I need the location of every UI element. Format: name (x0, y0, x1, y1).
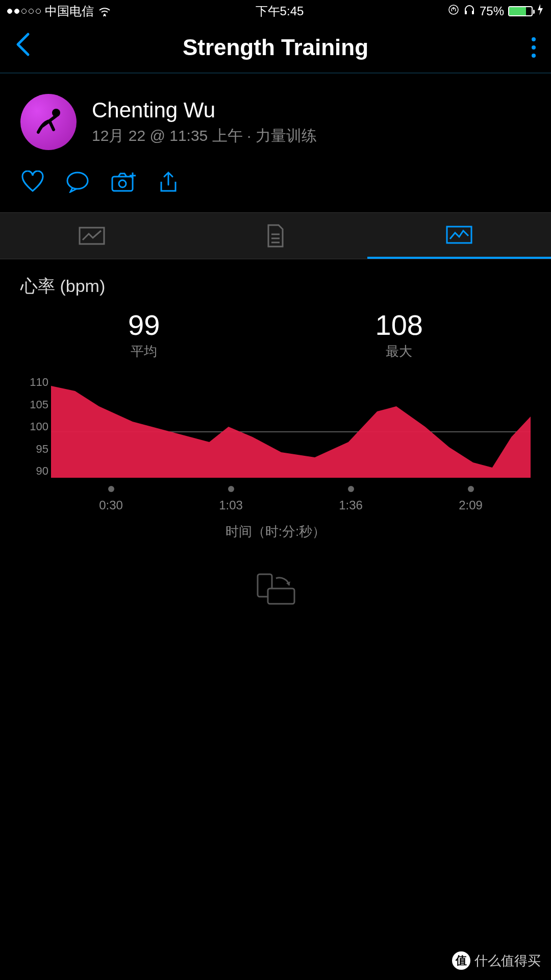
back-button[interactable] (15, 32, 31, 63)
svg-point-7 (119, 180, 126, 187)
x-tick: 1:36 (339, 486, 363, 512)
status-bar: 中国电信 下午5:45 75% (0, 0, 551, 22)
heart-rate-section: 心率 (bpm) 99 平均 108 最大 110 105 100 95 90 … (0, 259, 551, 607)
svg-point-0 (104, 14, 106, 16)
stat-max-value: 108 (375, 308, 422, 341)
stat-avg: 99 平均 (128, 308, 160, 360)
wifi-icon (98, 6, 111, 16)
stats-row: 99 平均 108 最大 (20, 308, 531, 360)
more-options-button[interactable] (532, 37, 536, 58)
y-tick: 100 (20, 420, 48, 433)
y-tick: 95 (20, 443, 48, 456)
charging-icon (537, 4, 544, 18)
chart-title: 心率 (bpm) (20, 275, 531, 298)
stat-max-label: 最大 (375, 342, 422, 360)
status-right: 75% (448, 4, 544, 18)
watermark-text: 什么值得买 (474, 952, 541, 970)
like-button[interactable] (20, 170, 45, 197)
page-title: Strength Training (0, 35, 551, 60)
x-axis-title: 时间（时:分:秒） (20, 523, 531, 541)
x-axis-labels: 0:30 1:03 1:36 2:09 (51, 486, 531, 512)
watermark: 值 什么值得买 (452, 951, 541, 970)
tabs (0, 212, 551, 259)
svg-rect-6 (112, 177, 133, 191)
avatar[interactable] (20, 94, 77, 150)
user-name: Chenting Wu (92, 98, 317, 122)
battery-icon (508, 6, 533, 16)
orientation-lock-icon (448, 4, 459, 18)
battery-pct-label: 75% (480, 4, 504, 18)
carrier-label: 中国电信 (45, 3, 94, 19)
tab-map[interactable] (0, 213, 184, 259)
rotate-device-icon (20, 571, 531, 607)
chart-svg (51, 376, 531, 478)
x-tick: 1:03 (219, 486, 243, 512)
status-left: 中国电信 (7, 3, 111, 19)
y-tick: 110 (20, 376, 48, 389)
tab-details[interactable] (184, 213, 367, 259)
stat-max: 108 最大 (375, 308, 422, 360)
cycling-icon (28, 102, 69, 142)
svg-rect-3 (472, 11, 474, 14)
heart-rate-chart: 110 105 100 95 90 (51, 376, 531, 478)
nav-bar: Strength Training (0, 22, 551, 74)
svg-point-5 (67, 173, 88, 189)
x-tick: 0:30 (99, 486, 123, 512)
comment-button[interactable] (65, 170, 90, 197)
stat-avg-label: 平均 (128, 342, 160, 360)
activity-header: Chenting Wu 12月 22 @ 11:35 上午 · 力量训练 (0, 74, 551, 165)
tab-charts[interactable] (367, 213, 551, 259)
watermark-badge: 值 (452, 951, 470, 970)
stat-avg-value: 99 (128, 308, 160, 341)
signal-strength-icon (7, 9, 41, 14)
add-photo-button[interactable] (110, 170, 137, 197)
headphones-icon (463, 4, 475, 18)
y-tick: 105 (20, 398, 48, 411)
clock-label: 下午5:45 (256, 3, 304, 19)
svg-rect-2 (465, 11, 467, 14)
svg-rect-12 (268, 589, 294, 604)
share-button[interactable] (157, 170, 180, 197)
y-axis-labels: 110 105 100 95 90 (20, 376, 48, 478)
activity-meta: 12月 22 @ 11:35 上午 · 力量训练 (92, 126, 317, 146)
x-tick: 2:09 (459, 486, 483, 512)
y-tick: 90 (20, 464, 48, 478)
action-row (0, 165, 551, 212)
